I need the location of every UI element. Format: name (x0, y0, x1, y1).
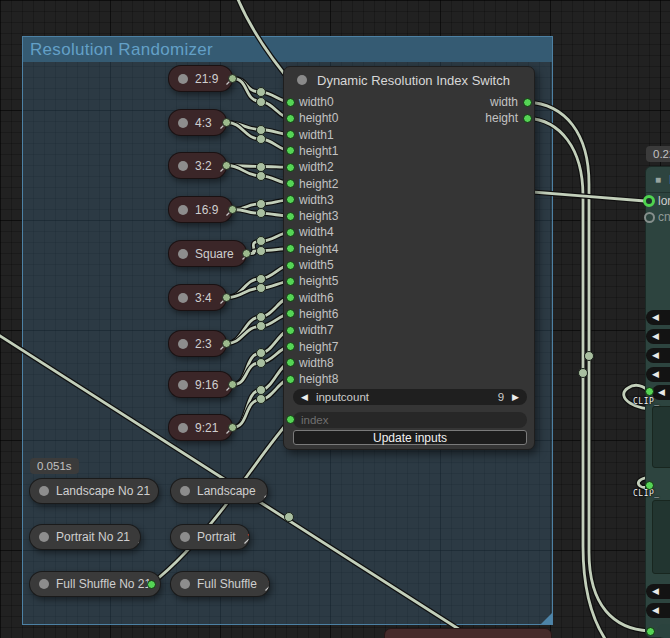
widget-pill[interactable]: ◀ (646, 348, 670, 363)
node-collapse-dot[interactable] (178, 380, 188, 390)
node-mode-2[interactable]: Portrait No 21 (29, 524, 141, 550)
input-port[interactable] (286, 212, 295, 221)
output-port-ratio-7[interactable] (228, 380, 237, 389)
input-port[interactable] (286, 179, 295, 188)
clip-port[interactable] (645, 387, 654, 396)
inputcount-widget[interactable]: ◀ inputcount 9 ▶ (293, 389, 527, 405)
input-port[interactable] (286, 309, 295, 318)
input-port[interactable] (286, 146, 295, 155)
input-port-index[interactable] (286, 415, 295, 424)
output-port-ratio-3[interactable] (228, 205, 237, 214)
reroute-dot[interactable] (256, 274, 266, 284)
input-port[interactable] (286, 358, 295, 367)
reroute-dot[interactable] (284, 512, 294, 522)
input-port[interactable] (286, 277, 295, 286)
output-port-ratio-1[interactable] (222, 118, 231, 127)
decrement-arrow-icon[interactable]: ◀ (301, 389, 308, 405)
output-port-ratio-0[interactable] (228, 74, 237, 83)
input-port[interactable] (286, 195, 295, 204)
output-port-ratio-6[interactable] (222, 339, 231, 348)
output-port-ratio-5[interactable] (222, 293, 231, 302)
node-bottom-partial[interactable] (384, 628, 552, 638)
port-full-shuffle[interactable] (147, 580, 156, 589)
node-collapse-dot[interactable] (178, 74, 188, 84)
node-collapse-dot[interactable] (178, 118, 188, 128)
node-ratio-2[interactable]: 3:2 (168, 152, 227, 179)
widget-pill[interactable]: ◀ (646, 310, 670, 325)
node-collapse-dot[interactable] (180, 532, 190, 542)
node-collapse-dot[interactable] (39, 579, 49, 589)
collapse-square-icon[interactable]: ■ (655, 174, 661, 185)
pushpin-icon[interactable] (243, 530, 250, 545)
input-port[interactable] (286, 342, 295, 351)
node-collapse-dot[interactable] (178, 293, 188, 303)
node-ratio-8[interactable]: 9:21 (168, 414, 233, 441)
widget-pill[interactable]: ◀ (646, 329, 670, 344)
input-port[interactable] (286, 114, 295, 123)
node-collapse-dot[interactable] (180, 579, 190, 589)
output-port-height[interactable] (523, 114, 532, 123)
node-header[interactable]: Dynamic Resolution Index Switch (284, 67, 534, 93)
index-widget[interactable]: index (293, 412, 527, 428)
output-port-width[interactable] (523, 98, 532, 107)
reroute-dot[interactable] (584, 351, 594, 361)
node-collapse-dot[interactable] (297, 75, 307, 85)
reroute-dot[interactable] (256, 134, 266, 144)
reroute-dot[interactable] (256, 358, 266, 368)
widget-pill[interactable]: ◀ (646, 603, 670, 618)
node-collapse-dot[interactable] (178, 205, 188, 215)
input-port[interactable] (286, 293, 295, 302)
node-mode-4[interactable]: Full Shuffle No 21 (29, 571, 161, 597)
input-port-bottom[interactable] (646, 627, 655, 636)
node-collapse-dot[interactable] (178, 249, 188, 259)
input-port[interactable] (286, 228, 295, 237)
node-title-label: 9:16 (195, 378, 218, 392)
input-port[interactable] (286, 163, 295, 172)
reroute-dot[interactable] (256, 171, 266, 181)
node-collapse-dot[interactable] (39, 532, 49, 542)
widget-pill[interactable]: ◀ (646, 584, 670, 599)
reroute-dot[interactable] (256, 97, 266, 107)
input-label: height0 (299, 110, 338, 126)
output-port-ratio-2[interactable] (222, 161, 231, 170)
node-ratio-5[interactable]: 3:4 (168, 284, 227, 311)
input-label: width6 (299, 290, 334, 306)
output-port-ratio-4[interactable] (242, 249, 251, 258)
input-port[interactable] (286, 375, 295, 384)
update-inputs-button[interactable]: Update inputs (293, 430, 527, 445)
input-port[interactable] (286, 326, 295, 335)
reroute-dot[interactable] (256, 348, 266, 358)
node-collapse-dot[interactable] (178, 423, 188, 433)
increment-arrow-icon[interactable]: ▶ (512, 389, 519, 405)
input-port[interactable] (286, 261, 295, 270)
node-ratio-1[interactable]: 4:3 (168, 109, 227, 136)
reroute-dot[interactable] (256, 125, 266, 135)
node-collapse-dot[interactable] (178, 161, 188, 171)
input-port-lora[interactable] (643, 195, 655, 207)
widget-pill[interactable]: ◀ (646, 367, 670, 382)
input-port-cne[interactable] (644, 212, 655, 223)
node-collapse-dot[interactable] (178, 339, 188, 349)
node-ratio-4[interactable]: Square (168, 240, 247, 267)
node-ratio-6[interactable]: 2:3 (168, 330, 227, 357)
node-mode-1[interactable]: Landscape (170, 478, 268, 504)
reroute-dot[interactable] (256, 246, 266, 256)
input-port[interactable] (286, 130, 295, 139)
node-collapse-dot[interactable] (39, 486, 49, 496)
output-port-ratio-8[interactable] (228, 423, 237, 432)
text-area[interactable] (652, 406, 670, 468)
node-graph-canvas[interactable]: Resolution Randomizer Dynamic Resolution… (0, 0, 670, 638)
clip-port[interactable] (645, 481, 654, 490)
node-ratio-3[interactable]: 16:9 (168, 196, 233, 223)
node-ratio-7[interactable]: 9:16 (168, 371, 233, 398)
node-collapse-dot[interactable] (180, 486, 190, 496)
reroute-dot[interactable] (578, 368, 588, 378)
node-mode-5[interactable]: Full Shuffle (170, 571, 270, 597)
node-header[interactable]: ■ E (646, 167, 670, 193)
node-mode-0[interactable]: Landscape No 21 (29, 478, 159, 504)
input-port[interactable] (286, 244, 295, 253)
text-area[interactable] (652, 500, 670, 574)
node-ratio-0[interactable]: 21:9 (168, 65, 233, 92)
node-mode-3[interactable]: Portrait (170, 524, 250, 550)
input-port[interactable] (286, 98, 295, 107)
